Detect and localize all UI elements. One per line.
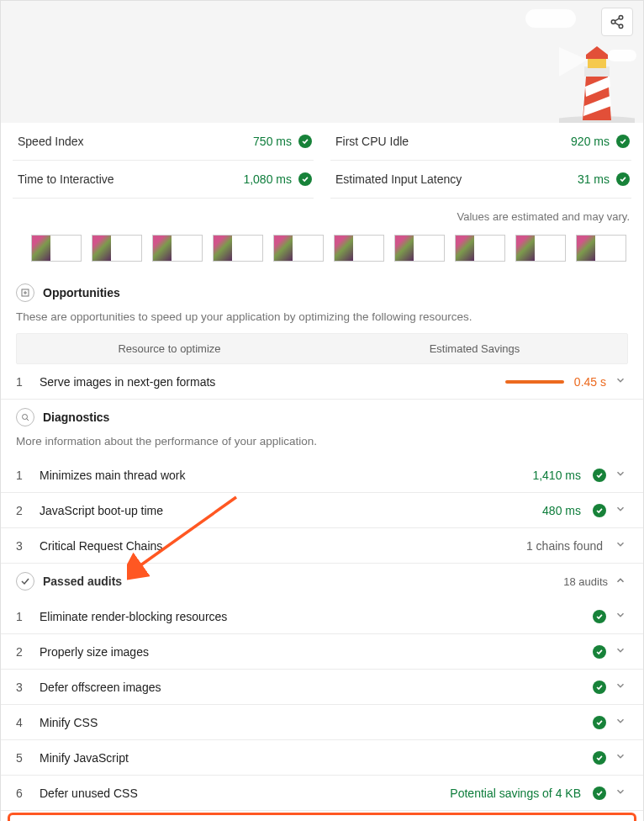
passed-audits-title: Passed audits xyxy=(43,575,122,588)
filmstrip-frame[interactable] xyxy=(92,235,142,262)
chevron-down-icon[interactable] xyxy=(615,468,628,482)
metric-row: Estimated Input Latency 31 ms xyxy=(330,161,631,199)
filmstrip-thumb xyxy=(335,236,353,261)
audit-num: 3 xyxy=(16,681,31,694)
pass-icon xyxy=(616,135,630,148)
filmstrip-frame[interactable] xyxy=(213,235,263,262)
filmstrip-thumb xyxy=(153,236,172,261)
audit-value: 1,410 ms xyxy=(532,469,581,482)
diagnostics-icon xyxy=(16,408,34,426)
pass-icon xyxy=(593,681,606,694)
svg-marker-13 xyxy=(586,46,608,55)
chevron-down-icon[interactable] xyxy=(615,374,628,389)
filmstrip-thumb xyxy=(456,236,474,261)
opportunities-heading: Opportunities xyxy=(1,275,643,310)
filmstrip-frame[interactable] xyxy=(31,235,82,262)
audit-num: 1 xyxy=(16,469,31,482)
audit-title: Minify CSS xyxy=(40,716,584,729)
passed-audit-row[interactable]: 7 Efficiently encode images xyxy=(8,813,636,821)
pass-icon xyxy=(593,645,606,659)
filmstrip-thumb xyxy=(32,236,50,261)
audit-num: 2 xyxy=(16,645,31,659)
diagnostic-row[interactable]: 1 Minimizes main thread work 1,410 ms xyxy=(1,458,643,493)
filmstrip-frame[interactable] xyxy=(576,235,626,262)
chevron-down-icon[interactable] xyxy=(615,786,628,800)
chevron-down-icon[interactable] xyxy=(615,644,628,659)
filmstrip-thumb xyxy=(577,236,595,261)
diagnostics-description: More information about the performance o… xyxy=(1,435,643,458)
pass-icon xyxy=(593,787,606,800)
passed-audits-heading[interactable]: Passed audits 18 audits xyxy=(1,564,643,599)
filmstrip-frame[interactable] xyxy=(334,235,384,262)
audit-title: Eliminate render-blocking resources xyxy=(40,610,584,623)
diagnostic-row[interactable]: 2 JavaScript boot-up time 480 ms xyxy=(1,493,643,528)
metric-value: 31 ms xyxy=(578,172,630,186)
audit-title: Minify JavaScript xyxy=(40,751,584,765)
audit-num: 2 xyxy=(16,504,31,517)
passed-audit-row[interactable]: 4 Minify CSS xyxy=(1,705,643,740)
chevron-down-icon[interactable] xyxy=(615,503,628,517)
opportunities-description: These are opportunities to speed up your… xyxy=(1,310,643,333)
metric-label: Speed Index xyxy=(18,135,84,148)
svg-rect-12 xyxy=(586,55,608,59)
opportunities-title: Opportunities xyxy=(43,286,120,299)
pass-icon xyxy=(593,469,606,482)
filmstrip-thumb xyxy=(274,236,293,261)
chevron-up-icon[interactable] xyxy=(615,575,628,589)
filmstrip-thumb xyxy=(395,236,414,261)
chevron-down-icon[interactable] xyxy=(615,538,628,553)
pass-icon xyxy=(593,610,606,623)
svg-rect-11 xyxy=(588,58,606,68)
filmstrip-frame[interactable] xyxy=(455,235,505,262)
metric-label: Time to Interactive xyxy=(18,172,114,186)
svg-point-1 xyxy=(611,20,615,24)
chevron-down-icon[interactable] xyxy=(615,609,628,623)
passed-audit-row[interactable]: 3 Defer offscreen images xyxy=(1,670,643,705)
passed-audits-count: 18 audits xyxy=(563,575,608,588)
chevron-down-icon[interactable] xyxy=(615,750,628,765)
passed-audit-row[interactable]: 2 Properly size images xyxy=(1,634,643,670)
metric-label: First CPU Idle xyxy=(335,135,409,148)
audit-num: 6 xyxy=(16,787,31,800)
diagnostics-heading: Diagnostics xyxy=(1,400,643,435)
passed-audit-row[interactable]: 6 Defer unused CSS Potential savings of … xyxy=(1,776,643,811)
audit-title: Minimizes main thread work xyxy=(40,469,524,482)
estimate-note: Values are estimated and may vary. xyxy=(1,199,643,235)
svg-point-0 xyxy=(619,16,623,20)
chevron-down-icon[interactable] xyxy=(615,715,628,729)
audit-num: 1 xyxy=(16,610,31,623)
audit-title: Critical Request Chains xyxy=(40,539,518,553)
passed-audit-row[interactable]: 5 Minify JavaScript xyxy=(1,740,643,776)
report-header xyxy=(1,1,643,123)
savings-bar-wrap: 0.45 s xyxy=(505,375,606,389)
filmstrip-frame[interactable] xyxy=(152,235,203,262)
pass-icon xyxy=(616,172,630,186)
svg-line-19 xyxy=(27,419,29,421)
filmstrip-frame[interactable] xyxy=(273,235,324,262)
metrics-grid: Speed Index 750 ms First CPU Idle 920 ms… xyxy=(1,123,643,199)
lighthouse-icon xyxy=(559,26,635,123)
audit-title: JavaScript boot-up time xyxy=(40,504,534,517)
filmstrip-thumb xyxy=(214,236,232,261)
diagnostic-row[interactable]: 3 Critical Request Chains 1 chains found xyxy=(1,528,643,564)
audit-value: 1 chains found xyxy=(526,539,603,553)
audit-value: 480 ms xyxy=(542,504,581,517)
filmstrip-thumb xyxy=(516,236,535,261)
cloud-decoration xyxy=(525,9,576,28)
opportunity-row[interactable]: 1 Serve images in next-gen formats 0.45 … xyxy=(1,364,643,400)
col-resource: Resource to optimize xyxy=(17,334,322,363)
metric-value: 920 ms xyxy=(571,135,630,148)
metric-row: Speed Index 750 ms xyxy=(13,123,314,161)
filmstrip-frame[interactable] xyxy=(394,235,445,262)
passed-audit-row[interactable]: 1 Eliminate render-blocking resources xyxy=(1,599,643,634)
savings-value: 0.45 s xyxy=(574,375,606,389)
opportunities-columns: Resource to optimize Estimated Savings xyxy=(16,333,628,364)
audit-title: Serve images in next-gen formats xyxy=(40,375,497,389)
metric-label: Estimated Input Latency xyxy=(335,172,462,186)
svg-line-3 xyxy=(615,19,619,21)
audit-num: 4 xyxy=(16,716,31,729)
pass-icon xyxy=(593,504,606,517)
filmstrip-frame[interactable] xyxy=(515,235,566,262)
report-container: Speed Index 750 ms First CPU Idle 920 ms… xyxy=(0,0,644,821)
chevron-down-icon[interactable] xyxy=(615,680,628,694)
